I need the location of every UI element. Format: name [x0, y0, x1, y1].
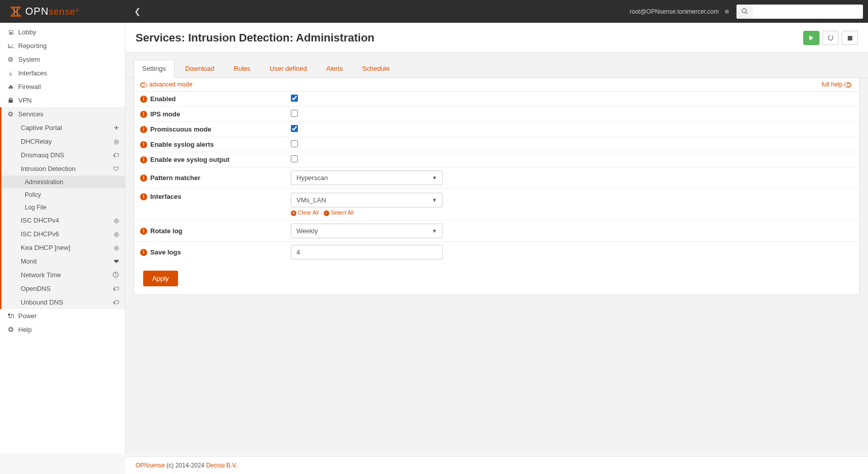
search-input[interactable]	[753, 5, 863, 18]
eve-syslog-checkbox[interactable]	[291, 155, 298, 162]
status-dot-icon	[725, 10, 729, 14]
circle-dot-icon: ◎	[114, 138, 119, 145]
info-icon[interactable]: i	[140, 141, 147, 148]
footer-brand: OPNsense	[136, 462, 165, 469]
life-ring-icon: ❂	[6, 326, 15, 333]
sidebar: 💻︎Lobby 📈︎Reporting ⚙System ⏚Interfaces …	[0, 23, 125, 454]
sidebar-item-label: Network Time	[21, 271, 61, 279]
footer-company-link[interactable]: Deciso B.V.	[206, 462, 237, 469]
tab-settings[interactable]: Settings	[134, 60, 175, 78]
sidebar-sub-kea-dhcp[interactable]: Kea DHCP [new]◎	[0, 241, 125, 254]
select-all-link[interactable]: ✓Select All	[324, 209, 354, 216]
sidebar-sub-opendns[interactable]: OpenDNS🏷︎	[0, 282, 125, 295]
tab-rules[interactable]: Rules	[225, 60, 259, 77]
sidebar-item-power[interactable]: 🔌︎Power	[0, 309, 125, 323]
sidebar-sub-isc-dhcpv4[interactable]: ISC DHCPv4◎	[0, 213, 125, 227]
sidebar-item-interfaces[interactable]: ⏚Interfaces	[0, 66, 125, 80]
tab-schedule[interactable]: Schedule	[354, 60, 398, 77]
rotate-log-select[interactable]: Weekly▼	[291, 224, 443, 238]
sidebar-sub-isc-dhcpv6[interactable]: ISC DHCPv6◎	[0, 227, 125, 241]
select-value: Hyperscan	[296, 174, 328, 182]
tab-label: Schedule	[362, 65, 389, 72]
sidebar-item-label: VPN	[18, 97, 32, 104]
svg-rect-10	[848, 36, 852, 40]
info-icon[interactable]: i	[140, 175, 147, 182]
apply-button[interactable]: Apply	[143, 271, 178, 286]
info-icon[interactable]: i	[140, 193, 147, 200]
sidebar-sub-captive-portal[interactable]: Captive Portal✈	[0, 121, 125, 135]
tab-user-defined[interactable]: User defined	[261, 60, 316, 77]
save-logs-input[interactable]	[291, 245, 443, 260]
field-label: Promiscuous mode	[150, 125, 211, 133]
sidebar-item-firewall[interactable]: 🔥︎Firewall	[0, 80, 125, 94]
info-icon[interactable]: i	[140, 111, 147, 118]
info-icon[interactable]: i	[140, 228, 147, 235]
start-service-button[interactable]	[803, 31, 819, 45]
search-button[interactable]	[736, 5, 753, 19]
shield-icon: 🛡︎	[113, 165, 119, 173]
tab-label: User defined	[270, 65, 307, 72]
logo[interactable]: OPNsense®	[5, 5, 132, 18]
promiscuous-checkbox[interactable]	[291, 125, 298, 132]
user-label[interactable]: root@OPNsense.tonimercer.com	[630, 8, 719, 15]
restart-service-button[interactable]	[822, 31, 839, 45]
sidebar-item-vpn[interactable]: 🔒︎VPN	[0, 94, 125, 107]
field-label: Enable eve syslog output	[150, 156, 230, 163]
search-box	[736, 5, 863, 19]
sidebar-sub-monit[interactable]: Monit❤	[0, 254, 125, 268]
sidebar-toggle-icon[interactable]: ❮	[134, 7, 141, 16]
sidebar-item-help[interactable]: ❂Help	[0, 323, 125, 336]
sidebar-item-label: Reporting	[18, 42, 47, 50]
sidebar-sub2-log-file[interactable]: Log File	[0, 201, 125, 213]
syslog-alerts-checkbox[interactable]	[291, 140, 298, 147]
check-circle-icon: ✓	[324, 210, 329, 216]
link-label: Select All	[331, 209, 354, 216]
sidebar-item-reporting[interactable]: 📈︎Reporting	[0, 39, 125, 53]
field-label: Rotate log	[150, 227, 183, 235]
gears-icon: ⚙	[6, 56, 15, 63]
sidebar-item-label: ISC DHCPv4	[21, 217, 59, 224]
sidebar-item-label: ISC DHCPv6	[21, 230, 59, 238]
ips-mode-checkbox[interactable]	[291, 110, 298, 117]
footer-brand-link[interactable]: OPNsense	[136, 462, 165, 469]
full-help-toggle[interactable]: full help	[821, 81, 853, 88]
button-label: Apply	[152, 275, 169, 282]
sidebar-sub-intrusion-detection[interactable]: Intrusion Detection🛡︎	[0, 162, 125, 176]
interfaces-select[interactable]: VMs_LAN▼	[291, 193, 443, 207]
chevron-down-icon: ▼	[432, 197, 437, 203]
sidebar-item-services[interactable]: ⚙Services	[0, 107, 125, 121]
info-icon[interactable]: i	[140, 249, 147, 256]
play-icon	[809, 35, 814, 40]
select-value: VMs_LAN	[296, 196, 326, 204]
tab-download[interactable]: Download	[177, 60, 223, 77]
sidebar-sub2-administration[interactable]: Administration	[0, 176, 125, 188]
clear-all-link[interactable]: ✕Clear All	[291, 209, 319, 216]
sidebar-item-lobby[interactable]: 💻︎Lobby	[0, 25, 125, 39]
logo-icon	[9, 5, 22, 18]
enabled-checkbox[interactable]	[291, 95, 298, 102]
clock-icon: 🕓︎	[113, 272, 119, 279]
page-header: Services: Intrusion Detection: Administr…	[125, 23, 868, 53]
sidebar-item-label: System	[18, 56, 40, 63]
sidebar-sub-dhcrelay[interactable]: DHCRelay◎	[0, 135, 125, 148]
tabs: Settings Download Rules User defined Ale…	[125, 53, 868, 78]
info-icon[interactable]: i	[140, 96, 147, 103]
info-icon[interactable]: i	[140, 126, 147, 133]
pattern-matcher-select[interactable]: Hyperscan▼	[291, 170, 443, 185]
tab-alerts[interactable]: Alerts	[318, 60, 352, 77]
top-navbar: OPNsense® ❮ root@OPNsense.tonimercer.com	[0, 0, 868, 23]
advanced-mode-toggle[interactable]: advanced mode	[140, 81, 192, 88]
brand-text-right: sense	[49, 7, 75, 17]
sidebar-sub-network-time[interactable]: Network Time🕓︎	[0, 268, 125, 282]
sidebar-sub-dnsmasq[interactable]: Dnsmasq DNS🏷︎	[0, 148, 125, 162]
sidebar-item-label: Policy	[25, 191, 41, 198]
tag-icon: 🏷︎	[113, 152, 119, 159]
sidebar-item-label: Captive Portal	[21, 124, 62, 132]
sidebar-item-system[interactable]: ⚙System	[0, 53, 125, 66]
stop-service-button[interactable]	[842, 31, 858, 45]
info-icon[interactable]: i	[140, 156, 147, 163]
sidebar-sub-unbound[interactable]: Unbound DNS🏷︎	[0, 295, 125, 309]
sidebar-sub2-policy[interactable]: Policy	[0, 188, 125, 201]
sidebar-item-label: Administration	[25, 179, 63, 186]
tab-label: Alerts	[326, 65, 343, 72]
